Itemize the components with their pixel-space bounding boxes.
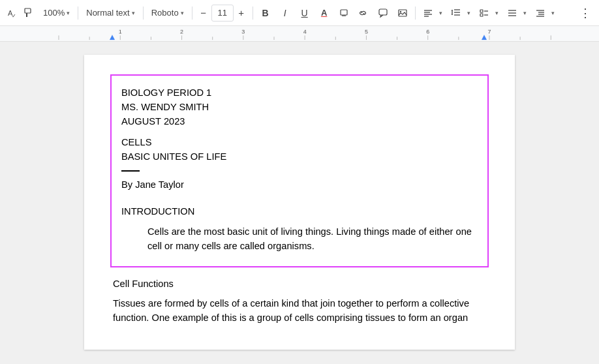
doc-title-line1: BIOLOGY PERIOD 1 xyxy=(121,85,478,100)
divider-2 xyxy=(143,7,144,20)
line-spacing-group: ▾ xyxy=(448,5,473,22)
doc-title-line2: MS. WENDY SMITH xyxy=(121,100,478,114)
doc-subject-line2: BASIC UNITES OF LIFE xyxy=(121,149,478,164)
outside-content: Cell Functions Tissues are formed by cel… xyxy=(110,277,489,325)
indent-arrow[interactable]: ▾ xyxy=(549,5,557,22)
doc-author: By Jane Taylor xyxy=(121,178,478,192)
cell-functions-title: Cell Functions xyxy=(113,277,486,291)
style-dropdown[interactable]: Normal text ▾ xyxy=(82,6,138,20)
tissues-paragraph: Tissues are formed by cells of a certain… xyxy=(113,296,486,325)
align-arrow[interactable]: ▾ xyxy=(437,5,445,22)
image-button[interactable] xyxy=(394,5,411,22)
indent-group: ▾ xyxy=(532,5,557,22)
font-color-label: A xyxy=(321,8,327,18)
style-arrow: ▾ xyxy=(132,10,135,16)
spellcheck-icon[interactable]: A ✓ xyxy=(5,6,20,20)
list-arrow[interactable]: ▾ xyxy=(521,5,529,22)
font-arrow: ▾ xyxy=(181,10,184,16)
font-dropdown[interactable]: Roboto ▾ xyxy=(147,6,188,20)
ruler-canvas xyxy=(0,26,599,41)
svg-rect-19 xyxy=(480,14,483,16)
font-size-minus[interactable]: − xyxy=(196,6,211,20)
doc-divider xyxy=(121,170,140,172)
underline-button[interactable]: U xyxy=(296,5,313,22)
zoom-dropdown[interactable]: 100% ▾ xyxy=(39,6,74,20)
italic-button[interactable]: I xyxy=(277,5,294,22)
zoom-value: 100% xyxy=(43,8,65,18)
font-size-plus[interactable]: + xyxy=(234,6,249,20)
svg-text:✓: ✓ xyxy=(12,13,16,18)
page: BIOLOGY PERIOD 1 MS. WENDY SMITH AUGUST … xyxy=(84,55,515,350)
doc-title-line3: AUGUST 2023 xyxy=(121,114,478,129)
svg-rect-4 xyxy=(341,10,347,15)
zoom-arrow: ▾ xyxy=(67,10,70,16)
toolbar: A ✓ 100% ▾ Normal text ▾ Roboto ▾ − 11 +… xyxy=(0,0,599,26)
svg-rect-6 xyxy=(379,9,387,15)
comment-button[interactable] xyxy=(375,5,392,22)
doc-subject-line1: CELLS xyxy=(121,135,478,149)
highlight-button[interactable] xyxy=(335,5,352,22)
divider-5 xyxy=(415,7,416,20)
checklist-group: ▾ xyxy=(476,5,501,22)
list-button[interactable] xyxy=(504,5,521,22)
svg-rect-3 xyxy=(26,13,27,17)
indent-button[interactable] xyxy=(532,5,549,22)
line-spacing-arrow[interactable]: ▾ xyxy=(465,5,473,22)
ruler xyxy=(0,26,599,42)
doc-subject: CELLS BASIC UNITES OF LIFE xyxy=(121,135,478,164)
checklist-arrow[interactable]: ▾ xyxy=(493,5,501,22)
list-group: ▾ xyxy=(504,5,529,22)
line-spacing-button[interactable] xyxy=(448,5,465,22)
intro-paragraph: Cells are the most basic unit of living … xyxy=(147,224,478,253)
align-group: ▾ xyxy=(420,5,445,22)
checklist-button[interactable] xyxy=(476,5,493,22)
document-area: BIOLOGY PERIOD 1 MS. WENDY SMITH AUGUST … xyxy=(0,42,599,364)
align-button[interactable] xyxy=(420,5,437,22)
section-title-text: INTRODUCTION xyxy=(121,205,478,219)
font-size-control: − 11 + xyxy=(196,5,249,22)
doc-title-section: BIOLOGY PERIOD 1 MS. WENDY SMITH AUGUST … xyxy=(121,85,478,129)
divider-3 xyxy=(192,7,192,20)
font-color-button[interactable]: A xyxy=(316,5,333,22)
font-size-value[interactable]: 11 xyxy=(211,5,234,22)
paint-format-icon[interactable] xyxy=(22,6,37,20)
link-button[interactable] xyxy=(355,5,372,22)
svg-rect-2 xyxy=(25,8,31,13)
divider-4 xyxy=(253,7,253,20)
doc-section-title: INTRODUCTION xyxy=(121,205,478,219)
svg-rect-17 xyxy=(480,10,483,12)
more-options-button[interactable]: ⋮ xyxy=(577,5,594,22)
svg-point-8 xyxy=(399,10,401,12)
doc-author-text: By Jane Taylor xyxy=(121,178,478,192)
style-label: Normal text xyxy=(86,8,129,18)
divider-1 xyxy=(78,7,78,20)
selected-text-block[interactable]: BIOLOGY PERIOD 1 MS. WENDY SMITH AUGUST … xyxy=(110,74,489,267)
font-label: Roboto xyxy=(151,8,179,18)
bold-button[interactable]: B xyxy=(257,5,274,22)
